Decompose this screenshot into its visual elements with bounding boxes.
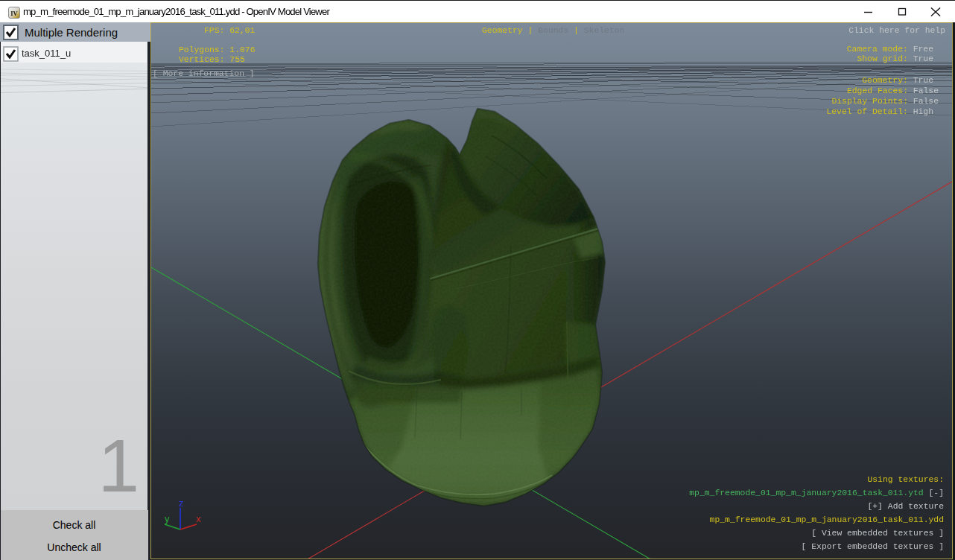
svg-text:IV: IV	[10, 10, 18, 17]
